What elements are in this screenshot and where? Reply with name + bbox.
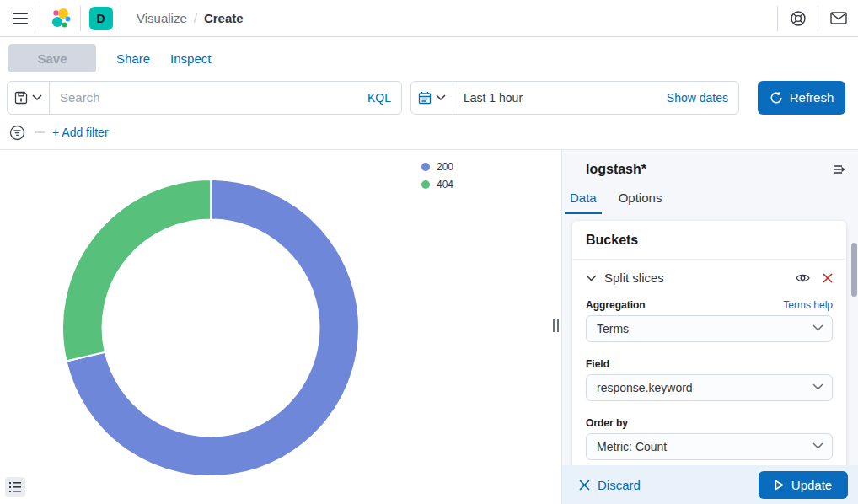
collapse-panel-icon — [833, 164, 846, 175]
elastic-logo-button[interactable] — [40, 0, 80, 36]
terms-help-link[interactable]: Terms help — [783, 299, 833, 311]
panel-scrollbar[interactable] — [851, 243, 857, 297]
visualize-toolbar: Save Share Inspect — [0, 37, 858, 79]
order-by-value: Metric: Count — [597, 440, 667, 453]
search-input[interactable] — [50, 90, 367, 105]
close-icon — [823, 273, 833, 283]
chevron-down-icon — [812, 442, 823, 449]
save-button[interactable]: Save — [8, 44, 96, 72]
save-disk-icon — [14, 91, 28, 105]
breadcrumb: Visualize / Create — [121, 11, 244, 25]
legend-dot — [421, 163, 430, 171]
refresh-icon — [770, 91, 783, 105]
aggregation-label: Aggregation — [586, 299, 646, 311]
aggregation-value: Terms — [597, 322, 629, 335]
space-switcher-button[interactable]: D — [81, 0, 121, 36]
breadcrumb-visualize[interactable]: Visualize — [137, 11, 187, 25]
buckets-title: Buckets — [586, 233, 833, 248]
legend-label: 404 — [437, 179, 453, 190]
chevron-down-icon — [586, 275, 597, 281]
remove-bucket-button[interactable] — [823, 273, 833, 283]
field-label-row: Field — [586, 358, 833, 370]
donut-chart[interactable] — [0, 150, 421, 504]
chevron-down-icon — [32, 94, 42, 100]
time-picker-bar: Last 1 hour Show dates — [410, 81, 739, 115]
menu-icon — [13, 13, 28, 24]
toggle-visibility-button[interactable] — [796, 273, 810, 283]
list-icon — [9, 482, 21, 492]
close-icon — [579, 480, 590, 491]
filter-icon — [9, 125, 25, 141]
editor-panel: logstash* Data Options Buckets Split sli… — [561, 150, 858, 504]
space-badge: D — [89, 7, 113, 30]
split-slices-row[interactable]: Split slices — [586, 271, 833, 285]
editor-action-bar: Discard Update — [562, 465, 858, 504]
visualization-area: 200404 — [0, 150, 560, 504]
eye-icon — [796, 273, 810, 283]
index-pattern-title: logstash* — [586, 162, 646, 177]
chevron-down-icon — [812, 324, 823, 331]
help-button[interactable] — [778, 0, 818, 36]
chart-legend: 200404 — [421, 161, 453, 190]
breadcrumb-separator: / — [194, 11, 197, 25]
split-slices-label: Split slices — [604, 271, 664, 285]
aggregation-select[interactable]: Terms — [586, 315, 833, 342]
legend-dot — [421, 180, 430, 189]
inspect-button[interactable]: Inspect — [170, 51, 211, 66]
menu-button[interactable] — [0, 0, 40, 36]
show-dates-button[interactable]: Show dates — [667, 91, 738, 105]
add-filter-button[interactable]: + Add filter — [52, 126, 109, 139]
order-by-label-row: Order by — [586, 417, 833, 429]
refresh-label: Refresh — [790, 90, 834, 105]
mail-icon — [830, 12, 847, 24]
date-quick-select-button[interactable] — [411, 82, 453, 114]
legend-toggle-button[interactable] — [5, 477, 25, 497]
card-divider — [572, 259, 846, 260]
field-select[interactable]: response.keyword — [586, 374, 833, 401]
aggregation-label-row: Aggregation Terms help — [586, 299, 833, 311]
field-label: Field — [586, 358, 609, 370]
filter-divider — [35, 131, 45, 133]
tab-options[interactable]: Options — [614, 187, 668, 214]
legend-label: 200 — [437, 161, 453, 173]
panel-resize-handle[interactable] — [552, 319, 560, 332]
discard-label: Discard — [598, 478, 641, 492]
tab-data[interactable]: Data — [565, 187, 602, 214]
time-range-value[interactable]: Last 1 hour — [453, 91, 523, 105]
filter-menu-button[interactable] — [7, 122, 27, 142]
collapse-panel-button[interactable] — [833, 164, 846, 175]
order-by-select[interactable]: Metric: Count — [586, 433, 833, 460]
filter-bar: + Add filter — [0, 116, 858, 148]
order-by-label: Order by — [586, 417, 628, 429]
chevron-down-icon — [436, 94, 446, 100]
chevron-down-icon — [812, 383, 823, 390]
donut-slice-404[interactable] — [62, 180, 211, 361]
newsfeed-button[interactable] — [818, 0, 858, 36]
buckets-card: Buckets Split slices Aggregati — [572, 221, 846, 499]
legend-item-200[interactable]: 200 — [421, 161, 453, 173]
query-bar: KQL — [7, 81, 402, 115]
query-language-button[interactable]: KQL — [367, 91, 401, 105]
header-right — [777, 0, 858, 36]
query-row: KQL Last 1 hour Show dates Refresh — [0, 80, 858, 115]
calendar-icon — [418, 91, 432, 105]
help-icon — [790, 10, 807, 27]
editor-header: logstash* — [562, 150, 858, 177]
editor-tabs: Data Options — [562, 187, 858, 214]
legend-item-404[interactable]: 404 — [421, 179, 453, 190]
saved-query-menu-button[interactable] — [8, 82, 50, 114]
main-content: 200404 logstash* Data Options Buckets — [0, 150, 858, 504]
share-button[interactable]: Share — [116, 51, 150, 66]
field-value: response.keyword — [597, 381, 693, 394]
discard-button[interactable]: Discard — [579, 478, 641, 492]
breadcrumb-create: Create — [204, 11, 244, 25]
update-button[interactable]: Update — [759, 471, 848, 499]
elastic-logo — [50, 8, 72, 29]
play-icon — [775, 480, 784, 491]
top-header: D Visualize / Create — [0, 0, 858, 37]
update-label: Update — [791, 478, 832, 492]
refresh-button[interactable]: Refresh — [758, 81, 845, 115]
